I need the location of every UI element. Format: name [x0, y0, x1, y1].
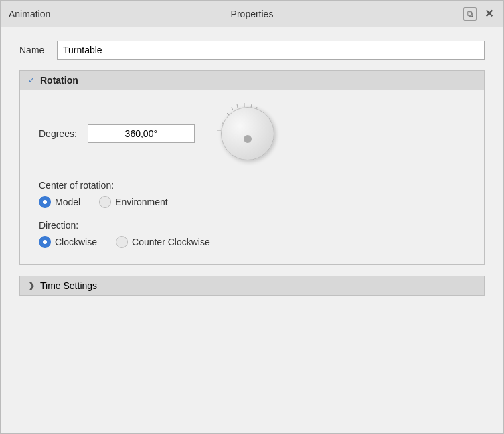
time-settings-section-header[interactable]: ❯ Time Settings	[19, 276, 485, 296]
svg-line-11	[232, 107, 233, 110]
time-settings-arrow-icon: ❯	[28, 281, 35, 290]
center-of-rotation-group: Center of rotation: Model Environment	[39, 180, 465, 208]
title-bar: Animation Properties ⧉ ✕	[1, 1, 503, 27]
rotation-section-content: Degrees:	[19, 90, 485, 265]
center-of-rotation-options: Model Environment	[39, 196, 465, 208]
rotation-section-header[interactable]: ✓ Rotation	[19, 70, 485, 90]
clockwise-radio-circle[interactable]	[39, 236, 51, 248]
dial-outer	[221, 107, 274, 160]
window-title-properties: Properties	[231, 9, 274, 19]
time-settings-section-title: Time Settings	[40, 280, 97, 291]
counter-clockwise-radio-option[interactable]: Counter Clockwise	[116, 236, 210, 248]
svg-line-9	[237, 104, 238, 108]
center-of-rotation-label: Center of rotation:	[39, 180, 465, 191]
model-radio-label: Model	[55, 197, 80, 207]
dial-dot	[244, 135, 252, 143]
counter-clockwise-radio-label: Counter Clockwise	[132, 237, 210, 247]
content-area: Name ✓ Rotation Degrees:	[1, 27, 503, 433]
name-input[interactable]	[57, 41, 485, 60]
counter-clockwise-radio-circle[interactable]	[116, 236, 128, 248]
rotation-arrow-icon: ✓	[28, 76, 35, 85]
name-row: Name	[19, 41, 485, 60]
direction-label: Direction:	[39, 220, 465, 231]
degrees-input[interactable]	[88, 124, 195, 143]
environment-radio-label: Environment	[115, 197, 168, 207]
model-radio-option[interactable]: Model	[39, 196, 80, 208]
direction-options: Clockwise Counter Clockwise	[39, 236, 465, 248]
clockwise-radio-option[interactable]: Clockwise	[39, 236, 97, 248]
name-label: Name	[19, 45, 46, 56]
environment-radio-option[interactable]: Environment	[99, 196, 168, 208]
maximize-button[interactable]: ⧉	[463, 7, 477, 21]
degrees-row: Degrees:	[39, 104, 465, 164]
rotation-section-title: Rotation	[40, 75, 78, 86]
clockwise-radio-label: Clockwise	[55, 237, 97, 247]
rotation-dial[interactable]	[218, 104, 278, 164]
environment-radio-circle[interactable]	[99, 196, 111, 208]
window-title-animation: Animation	[9, 9, 50, 19]
main-window: Animation Properties ⧉ ✕ Name ✓ Rotation…	[0, 0, 504, 434]
model-radio-circle[interactable]	[39, 196, 51, 208]
direction-group: Direction: Clockwise Counter Clockwise	[39, 220, 465, 248]
degrees-label: Degrees:	[39, 128, 77, 139]
close-button[interactable]: ✕	[482, 7, 495, 21]
